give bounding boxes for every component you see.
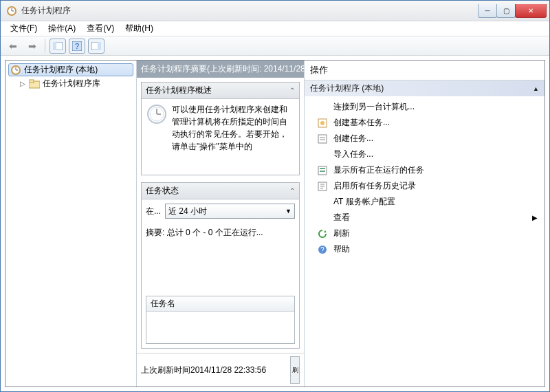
overview-head[interactable]: 任务计划程序概述 ⌃ — [142, 83, 299, 99]
svg-point-19 — [320, 121, 324, 125]
action-import-label: 导入任务... — [333, 149, 373, 160]
actions-pane: 操作 任务计划程序 (本地) ▲ 连接到另一台计算机... 创建基本任务... … — [305, 61, 544, 386]
list-icon — [317, 165, 328, 176]
collapse-icon: ▲ — [533, 85, 539, 92]
svg-text:?: ? — [75, 42, 79, 50]
toolbar-panel2-button[interactable] — [88, 39, 104, 54]
window: 任务计划程序 ─ ▢ ✕ 文件(F) 操作(A) 查看(V) 帮助(H) ⬅ ➡… — [0, 0, 550, 392]
svg-rect-24 — [320, 168, 325, 169]
tree: 任务计划程序 (本地) ▷ 任务计划程序库 — [6, 61, 136, 94]
summary-header: 任务计划程序摘要(上次刷新时间: 2014/11/28 22:33:56) — [137, 61, 304, 78]
wizard-icon — [317, 118, 328, 129]
menu-action[interactable]: 操作(A) — [43, 21, 81, 36]
blank-icon — [317, 197, 328, 208]
task-icon — [317, 133, 328, 144]
content-outer: 任务计划程序 (本地) ▷ 任务计划程序库 任务计划程序摘要(上次刷新时间: 2… — [1, 56, 549, 391]
action-show-running-label: 显示所有正在运行的任务 — [333, 164, 424, 176]
back-button[interactable]: ⬅ — [5, 39, 21, 54]
expand-icon[interactable]: ▷ — [19, 80, 26, 87]
menu-view[interactable]: 查看(V) — [81, 21, 120, 36]
toolbar: ⬅ ➡ ? — [1, 36, 549, 56]
action-enable-history-label: 启用所有任务历史记录 — [333, 180, 416, 192]
summary-pane: 任务计划程序摘要(上次刷新时间: 2014/11/28 22:33:56) 任务… — [136, 61, 305, 386]
last-refresh-label: 上次刷新时间2014/11/28 22:33:56 — [141, 364, 266, 376]
action-help-label: 帮助 — [333, 243, 350, 255]
summary-footer: 上次刷新时间2014/11/28 22:33:56 刷 — [137, 353, 304, 386]
status-select-value: 近 24 小时 — [168, 206, 207, 217]
maximize-button[interactable]: ▢ — [496, 4, 516, 18]
titlebar: 任务计划程序 ─ ▢ ✕ — [1, 1, 549, 21]
svg-rect-4 — [53, 42, 56, 50]
submenu-arrow-icon: ▶ — [532, 214, 538, 221]
taskname-column[interactable]: 任务名 — [146, 296, 294, 312]
task-table: 任务名 — [146, 296, 295, 344]
status-body: 在... 近 24 小时 ▼ 摘要: 总计 0 个 - 0 个正在运行... 任… — [142, 199, 299, 348]
actions-head: 操作 — [305, 61, 544, 80]
action-enable-history[interactable]: 启用所有任务历史记录 — [305, 178, 544, 194]
arrow-left-icon: ⬅ — [9, 41, 17, 52]
action-create[interactable]: 创建任务... — [305, 131, 544, 146]
action-view-label: 查看 — [333, 212, 350, 224]
history-icon — [317, 181, 328, 192]
status-label: 在... — [146, 206, 161, 217]
content: 任务计划程序 (本地) ▷ 任务计划程序库 任务计划程序摘要(上次刷新时间: 2… — [5, 60, 545, 387]
chevron-up-icon: ⌃ — [289, 87, 295, 94]
action-create-basic-label: 创建基本任务... — [333, 117, 390, 129]
svg-text:?: ? — [320, 246, 324, 254]
action-help[interactable]: ? 帮助 — [305, 241, 544, 257]
menubar: 文件(F) 操作(A) 查看(V) 帮助(H) — [1, 21, 549, 36]
refresh-side-label: 刷 — [292, 366, 298, 375]
blank-icon — [317, 102, 328, 113]
app-icon — [6, 6, 17, 17]
tree-library-label: 任务计划程序库 — [43, 78, 100, 89]
status-summary: 摘要: 总计 0 个 - 0 个正在运行... — [146, 227, 295, 239]
refresh-icon — [317, 228, 328, 239]
overview-body: 可以使用任务计划程序来创建和管理计算机将在所指定的时间自动执行的常见任务。若要开… — [142, 99, 299, 175]
folder-icon — [29, 79, 40, 89]
svg-rect-13 — [29, 80, 34, 83]
toolbar-panel1-button[interactable] — [50, 39, 66, 54]
action-create-basic[interactable]: 创建基本任务... — [305, 115, 544, 131]
panel-icon — [53, 42, 63, 50]
close-button[interactable]: ✕ — [515, 4, 547, 18]
toolbar-separator — [45, 39, 45, 53]
overview-text: 可以使用任务计划程序来创建和管理计算机将在所指定的时间自动执行的常见任务。若要开… — [172, 103, 295, 171]
tree-library[interactable]: ▷ 任务计划程序库 — [18, 76, 133, 91]
arrow-right-icon: ➡ — [28, 41, 36, 52]
tree-pane: 任务计划程序 (本地) ▷ 任务计划程序库 — [6, 61, 136, 386]
action-at-config-label: AT 服务帐户配置 — [333, 196, 395, 208]
action-import[interactable]: 导入任务... — [305, 146, 544, 162]
tree-root[interactable]: 任务计划程序 (本地) — [8, 63, 133, 76]
action-refresh[interactable]: 刷新 — [305, 226, 544, 241]
chevron-down-icon: ▼ — [285, 208, 292, 215]
action-connect[interactable]: 连接到另一台计算机... — [305, 99, 544, 115]
help-icon: ? — [72, 41, 82, 51]
action-show-running[interactable]: 显示所有正在运行的任务 — [305, 162, 544, 178]
clock-large-icon — [146, 103, 168, 171]
minimize-button[interactable]: ─ — [478, 4, 497, 18]
blank-icon — [317, 149, 328, 160]
forward-button[interactable]: ➡ — [24, 39, 41, 54]
help-icon: ? — [317, 244, 328, 255]
menu-help[interactable]: 帮助(H) — [120, 21, 159, 36]
actions-section-head[interactable]: 任务计划程序 (本地) ▲ — [305, 80, 544, 96]
status-title: 任务状态 — [146, 185, 179, 197]
status-section: 任务状态 ⌃ 在... 近 24 小时 ▼ 摘要: 总计 0 个 - 0 个正在… — [141, 182, 300, 349]
status-period-select[interactable]: 近 24 小时 ▼ — [165, 204, 295, 219]
action-refresh-label: 刷新 — [333, 228, 350, 239]
status-head[interactable]: 任务状态 ⌃ — [142, 183, 299, 199]
summary-body: 任务计划程序概述 ⌃ 可以使用任务计划程序来创建和管理计算机将在所指定的时间自动… — [137, 78, 304, 353]
action-create-label: 创建任务... — [333, 133, 373, 144]
svg-rect-25 — [320, 171, 325, 172]
action-at-config[interactable]: AT 服务帐户配置 — [305, 194, 544, 210]
toolbar-help-button[interactable]: ? — [69, 39, 85, 54]
action-connect-label: 连接到另一台计算机... — [333, 101, 415, 113]
tree-root-label: 任务计划程序 (本地) — [24, 64, 98, 76]
action-view[interactable]: 查看 ▶ — [305, 210, 544, 226]
window-title: 任务计划程序 — [21, 5, 478, 17]
refresh-side-button[interactable]: 刷 — [290, 356, 300, 384]
svg-rect-8 — [98, 42, 101, 50]
chevron-up-icon: ⌃ — [289, 187, 295, 195]
menu-file[interactable]: 文件(F) — [5, 21, 43, 36]
svg-rect-20 — [318, 135, 327, 143]
